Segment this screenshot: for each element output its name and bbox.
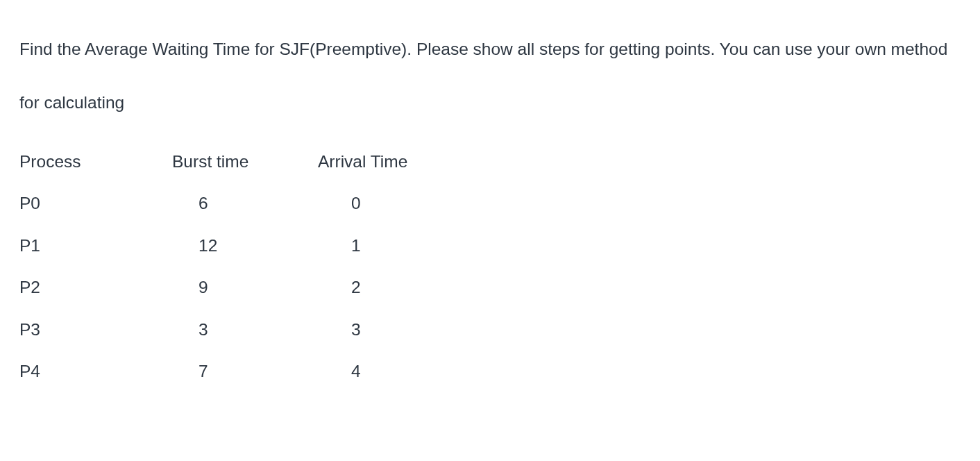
cell-burst-time: 12 [172, 237, 344, 255]
cell-process: P4 [19, 363, 172, 380]
cell-burst-time: 6 [172, 195, 344, 212]
table-header-row: Process Burst time Arrival Time [19, 141, 961, 183]
cell-burst-time: 7 [172, 363, 344, 380]
header-process: Process [19, 153, 172, 171]
table-row: P2 9 2 [19, 267, 961, 309]
process-table: Process Burst time Arrival Time P0 6 0 P… [19, 141, 961, 393]
table-row: P1 12 1 [19, 225, 961, 267]
header-arrival-time: Arrival Time [318, 153, 498, 171]
table-row: P0 6 0 [19, 183, 961, 225]
cell-process: P2 [19, 279, 172, 296]
table-row: P4 7 4 [19, 351, 961, 393]
cell-arrival-time: 3 [344, 321, 532, 339]
cell-arrival-time: 0 [344, 195, 532, 212]
cell-process: P3 [19, 321, 172, 339]
cell-process: P1 [19, 237, 172, 255]
cell-arrival-time: 2 [344, 279, 532, 296]
cell-burst-time: 9 [172, 279, 344, 296]
cell-burst-time: 3 [172, 321, 344, 339]
question-paragraph-1: Find the Average Waiting Time for SJF(Pr… [19, 33, 961, 65]
cell-process: P0 [19, 195, 172, 212]
document-page: Find the Average Waiting Time for SJF(Pr… [0, 0, 980, 412]
question-paragraph-2: for calculating [19, 87, 961, 118]
table-row: P3 3 3 [19, 309, 961, 351]
cell-arrival-time: 4 [344, 363, 532, 380]
cell-arrival-time: 1 [344, 237, 532, 255]
header-burst-time: Burst time [172, 153, 318, 171]
